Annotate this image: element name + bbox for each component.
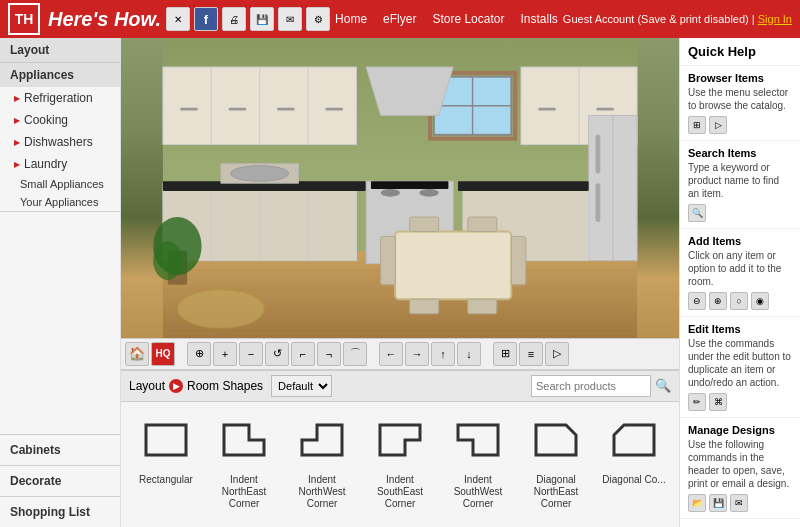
svg-point-49 xyxy=(153,241,182,280)
facebook-button[interactable]: f xyxy=(194,7,218,31)
qh-browser-items: Browser Items Use the menu selector to b… xyxy=(680,66,800,141)
svg-rect-45 xyxy=(410,299,439,314)
sidebar-item-decorate[interactable]: Decorate xyxy=(0,465,120,496)
fullscreen-button[interactable]: ✕ xyxy=(166,7,190,31)
sidebar-item-cabinets[interactable]: Cabinets xyxy=(0,434,120,465)
left-sidebar: Layout Appliances Refrigeration Cooking … xyxy=(0,38,121,527)
qh-icon-browse2[interactable]: ▷ xyxy=(709,116,727,134)
breadcrumb-root[interactable]: Layout xyxy=(129,379,165,393)
email-button[interactable]: ✉ xyxy=(278,7,302,31)
shape-indent-nw-icon xyxy=(292,410,352,470)
rotate-left-button[interactable]: ↺ xyxy=(265,342,289,366)
qh-icon-edit2[interactable]: ⌘ xyxy=(709,393,727,411)
svg-rect-41 xyxy=(381,236,396,284)
sidebar-item-refrigeration[interactable]: Refrigeration xyxy=(0,87,120,109)
expand-button[interactable]: ▷ xyxy=(545,342,569,366)
svg-marker-56 xyxy=(536,425,576,455)
qh-add-icons: ⊖ ⊕ ○ ◉ xyxy=(688,292,792,310)
qh-icon-add1[interactable]: ⊖ xyxy=(688,292,706,310)
save-button[interactable]: 💾 xyxy=(250,7,274,31)
logo-text: Here's How. xyxy=(48,8,161,31)
qh-icon-add4[interactable]: ◉ xyxy=(751,292,769,310)
svg-rect-43 xyxy=(410,217,439,232)
shape-diagonal-co[interactable]: Diagonal Co... xyxy=(599,410,669,510)
list-view-button[interactable]: ≡ xyxy=(519,342,543,366)
qh-manage-icons: 📂 💾 ✉ xyxy=(688,494,792,512)
nav-toolbar: 🏠 HQ xyxy=(125,342,175,366)
sidebar-item-cooking[interactable]: Cooking xyxy=(0,109,120,131)
sidebar-item-small-appliances[interactable]: Small Appliances xyxy=(0,175,120,193)
svg-point-35 xyxy=(381,189,400,197)
sidebar-item-shopping-list[interactable]: Shopping List xyxy=(0,496,120,527)
viewport-area: 🏠 HQ ⊕ + − ↺ ⌐ ¬ ⌒ ← → ↑ ↓ ⊞ xyxy=(121,38,679,527)
svg-rect-46 xyxy=(468,299,497,314)
svg-point-50 xyxy=(177,290,264,329)
shape-diagonal-ne-icon xyxy=(526,410,586,470)
qh-icon-manage2[interactable]: 💾 xyxy=(709,494,727,512)
shape-diagonal-ne-label: Diagonal NorthEast Corner xyxy=(521,474,591,510)
qh-manage-designs: Manage Designs Use the following command… xyxy=(680,418,800,519)
search-input[interactable] xyxy=(531,375,651,397)
shape-indent-nw[interactable]: Indent NorthWest Corner xyxy=(287,410,357,510)
print-button[interactable]: 🖨 xyxy=(222,7,246,31)
qh-add-items: Add Items Click on any item or option to… xyxy=(680,229,800,317)
qh-search-title: Search Items xyxy=(688,147,792,159)
home-toolbar-button[interactable]: 🏠 xyxy=(125,342,149,366)
shape-rectangular-label: Rectangular xyxy=(139,474,193,486)
shape-indent-sw-label: Indent SouthWest Corner xyxy=(443,474,513,510)
redo-button[interactable]: ¬ xyxy=(317,342,341,366)
qh-edit-title: Edit Items xyxy=(688,323,792,335)
shape-diagonal-co-label: Diagonal Co... xyxy=(602,474,665,486)
filter-dropdown[interactable]: Default xyxy=(271,375,332,397)
kitchen-scene xyxy=(121,38,679,338)
svg-marker-52 xyxy=(224,425,264,455)
qh-icon-edit1[interactable]: ✏ xyxy=(688,393,706,411)
shape-indent-se[interactable]: Indent SouthEast Corner xyxy=(365,410,435,510)
shape-rectangular[interactable]: Rectangular xyxy=(131,410,201,510)
svg-marker-54 xyxy=(380,425,420,455)
sidebar-item-laundry[interactable]: Laundry xyxy=(0,153,120,175)
shape-diagonal-ne[interactable]: Diagonal NorthEast Corner xyxy=(521,410,591,510)
hq-button[interactable]: HQ xyxy=(151,342,175,366)
select-button[interactable]: ⊕ xyxy=(187,342,211,366)
zoom-out-button[interactable]: − xyxy=(239,342,263,366)
sidebar-appliances-section: Appliances Refrigeration Cooking Dishwas… xyxy=(0,63,120,212)
sidebar-item-your-appliances[interactable]: Your Appliances xyxy=(0,193,120,211)
sidebar-layout-section: Layout xyxy=(0,38,120,63)
toolbar: 🏠 HQ ⊕ + − ↺ ⌐ ¬ ⌒ ← → ↑ ↓ ⊞ xyxy=(121,338,679,370)
shape-diagonal-co-icon xyxy=(604,410,664,470)
svg-marker-53 xyxy=(302,425,342,455)
qh-icon-add3[interactable]: ○ xyxy=(730,292,748,310)
right-button[interactable]: → xyxy=(405,342,429,366)
quick-help-panel: Quick Help Browser Items Use the menu se… xyxy=(679,38,800,527)
qh-icon-search[interactable]: 🔍 xyxy=(688,204,706,222)
installs-link[interactable]: Installs xyxy=(520,12,557,26)
undo-button[interactable]: ⌐ xyxy=(291,342,315,366)
shape-indent-sw[interactable]: Indent SouthWest Corner xyxy=(443,410,513,510)
down-button[interactable]: ↓ xyxy=(457,342,481,366)
sidebar-item-dishwashers[interactable]: Dishwashers xyxy=(0,131,120,153)
left-button[interactable]: ← xyxy=(379,342,403,366)
3d-view[interactable] xyxy=(121,38,679,338)
breadcrumb-child: Room Shapes xyxy=(187,379,263,393)
arc-button[interactable]: ⌒ xyxy=(343,342,367,366)
svg-rect-31 xyxy=(595,135,600,174)
zoom-in-button[interactable]: + xyxy=(213,342,237,366)
eflyer-link[interactable]: eFlyer xyxy=(383,12,416,26)
qh-icon-browse1[interactable]: ⊞ xyxy=(688,116,706,134)
sign-in-link[interactable]: Sign In xyxy=(758,13,792,25)
shape-indent-nw-label: Indent NorthWest Corner xyxy=(287,474,357,510)
shape-indent-ne[interactable]: Indent NorthEast Corner xyxy=(209,410,279,510)
grid-view-button[interactable]: ⊞ xyxy=(493,342,517,366)
qh-manage-text: Use the following commands in the header… xyxy=(688,438,792,490)
qh-icon-manage1[interactable]: 📂 xyxy=(688,494,706,512)
qh-icon-add2[interactable]: ⊕ xyxy=(709,292,727,310)
settings-button[interactable]: ⚙ xyxy=(306,7,330,31)
qh-icon-manage3[interactable]: ✉ xyxy=(730,494,748,512)
store-locator-link[interactable]: Store Locator xyxy=(432,12,504,26)
bottom-panel-header: Layout ▶ Room Shapes Default 🔍 xyxy=(121,371,679,402)
search-icon[interactable]: 🔍 xyxy=(655,378,671,393)
shape-rectangular-icon xyxy=(136,410,196,470)
home-link[interactable]: Home xyxy=(335,12,367,26)
up-button[interactable]: ↑ xyxy=(431,342,455,366)
